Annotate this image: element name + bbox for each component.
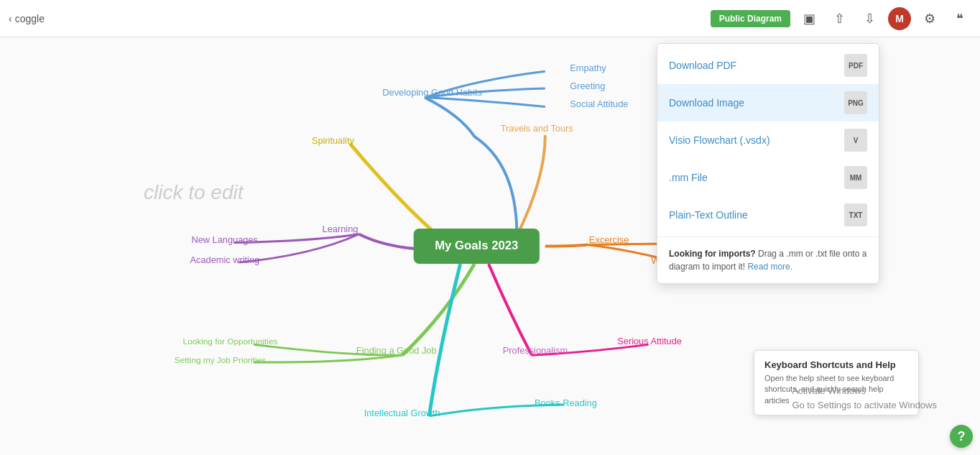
download-image-item[interactable]: Download Image PNG xyxy=(657,84,879,121)
plain-text-label: Plain-Text Outline xyxy=(669,209,748,221)
svg-text:Professionalism: Professionalism xyxy=(503,345,568,356)
svg-text:Social Attitude: Social Attitude xyxy=(570,98,628,109)
visio-flowchart-item[interactable]: Visio Flowchart (.vsdx) V xyxy=(657,121,879,159)
download-pdf-label: Download PDF xyxy=(669,60,736,71)
svg-text:Setting my Job Priorities: Setting my Job Priorities xyxy=(175,355,266,365)
svg-text:Intellectual Growth: Intellectual Growth xyxy=(364,408,440,418)
share-icon[interactable]: ⇧ xyxy=(828,7,851,30)
monitor-icon[interactable]: ▣ xyxy=(798,7,820,30)
svg-text:Greeting: Greeting xyxy=(570,81,605,91)
svg-text:Looking for Opportunities: Looking for Opportunities xyxy=(183,336,278,346)
svg-text:Academic writing: Academic writing xyxy=(190,254,259,265)
public-badge[interactable]: Public Diagram xyxy=(711,10,790,27)
activate-windows-line1: Activate Windows xyxy=(792,384,937,398)
pdf-icon: PDF xyxy=(844,54,867,77)
import-hint-bold: Looking for imports? xyxy=(669,249,756,259)
svg-text:Excercise: Excercise xyxy=(589,234,629,245)
download-menu: Download PDF PDF Download Image PNG Visi… xyxy=(657,43,879,284)
activate-windows-watermark: Activate Windows Go to Settings to activ… xyxy=(792,384,937,412)
visio-flowchart-label: Visio Flowchart (.vsdx) xyxy=(669,134,770,146)
download-image-label: Download Image xyxy=(669,97,744,109)
topbar: ‹ coggle Public Diagram ▣ ⇧ ⇩ M ⚙ ❝ xyxy=(0,0,980,37)
svg-text:Spirituality: Spirituality xyxy=(312,135,355,146)
svg-text:Finding a Good Job: Finding a Good Job xyxy=(356,345,437,356)
mm-icon: MM xyxy=(844,166,867,189)
download-pdf-item[interactable]: Download PDF PDF xyxy=(657,47,879,84)
import-hint: Looking for imports? Drag a .mm or .txt … xyxy=(657,240,879,280)
svg-text:Travels and Tours: Travels and Tours xyxy=(501,123,573,134)
png-icon: PNG xyxy=(844,91,867,114)
svg-text:Developing Good Habits: Developing Good Habits xyxy=(382,87,482,98)
svg-text:Serious Attitude: Serious Attitude xyxy=(617,336,682,346)
activate-windows-line2: Go to Settings to activate Windows xyxy=(792,398,937,413)
svg-text:Learning: Learning xyxy=(323,224,359,234)
settings-icon[interactable]: ⚙ xyxy=(918,7,941,30)
visio-icon: V xyxy=(844,129,867,152)
mm-file-label: .mm File xyxy=(669,172,708,183)
svg-text:Empathy: Empathy xyxy=(570,63,606,73)
txt-icon: TXT xyxy=(844,203,867,226)
help-button[interactable]: ? xyxy=(950,425,973,448)
plain-text-item[interactable]: Plain-Text Outline TXT xyxy=(657,196,879,234)
logo: coggle xyxy=(15,13,45,24)
download-icon[interactable]: ⇩ xyxy=(858,7,881,30)
back-icon: ‹ xyxy=(9,13,12,24)
mm-file-item[interactable]: .mm File MM xyxy=(657,159,879,196)
quote-icon[interactable]: ❝ xyxy=(948,7,971,30)
svg-text:My Goals 2023: My Goals 2023 xyxy=(435,239,518,252)
svg-text:Books Reading: Books Reading xyxy=(535,397,597,408)
topbar-right: Public Diagram ▣ ⇧ ⇩ M ⚙ ❝ xyxy=(711,7,971,30)
help-tooltip-title: Keyboard Shortcuts and Help xyxy=(764,359,908,370)
read-more-link[interactable]: Read more. xyxy=(747,262,792,272)
avatar[interactable]: M xyxy=(888,7,911,30)
back-button[interactable]: ‹ coggle xyxy=(9,13,45,24)
svg-text:New Languages: New Languages xyxy=(191,234,258,245)
